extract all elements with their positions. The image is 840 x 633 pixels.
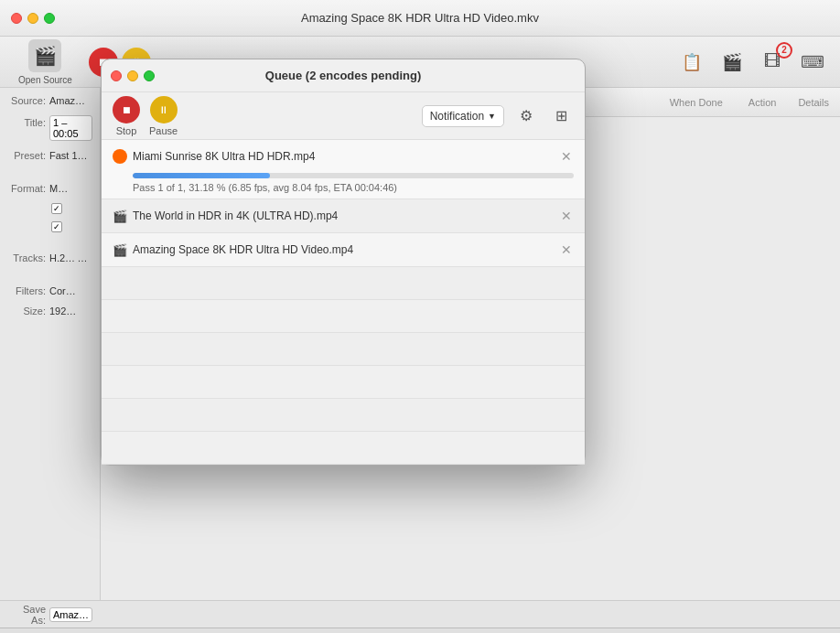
queue-empty-row <box>102 399 585 432</box>
checkbox-2[interactable]: ✓ <box>51 221 62 232</box>
modal-maximize-button[interactable] <box>144 70 155 81</box>
queue-item: 🎬 Amazing Space 8K HDR Ultra HD Video.mp… <box>102 233 585 267</box>
filters-row: Filters: Cor… <box>7 285 92 296</box>
queue-modal: Queue (2 encodes pending) ⏹ Stop ⏸ Pause… <box>101 59 586 466</box>
queue-layout-button[interactable]: ⊞ <box>548 103 574 129</box>
modal-minimize-button[interactable] <box>127 70 138 81</box>
preset-label: Preset: <box>7 150 46 161</box>
progress-bar-container <box>133 173 574 178</box>
save-as-label: Save As: <box>7 604 46 626</box>
modal-body: Miami Sunrise 8K Ultra HD HDR.mp4 ✕ Pass… <box>102 140 585 465</box>
queue-empty-row <box>102 333 585 366</box>
queue-item-name-0: Miami Sunrise 8K Ultra HD HDR.mp4 <box>133 150 554 163</box>
encoding-status-icon <box>113 149 127 164</box>
queue-empty-row <box>102 366 585 399</box>
modal-close-button[interactable] <box>111 70 122 81</box>
stop-btn-group: ⏹ Stop <box>113 96 140 136</box>
status-bar: Encoding Job: Miami Sunrise 8K Ultra HD … <box>0 628 840 633</box>
when-done-col: When Done <box>670 97 723 108</box>
modal-title-bar: Queue (2 encodes pending) <box>102 59 585 92</box>
title-label: Title: <box>7 117 46 128</box>
queue-item-name-2: Amazing Space 8K HDR Ultra HD Video.mp4 <box>133 243 554 256</box>
film-icon-1: 🎬 <box>113 209 127 223</box>
notification-dropdown[interactable]: Notification ▼ <box>422 105 504 127</box>
queue-empty-row <box>102 267 585 300</box>
checkbox-row-2: ✓ <box>51 221 92 232</box>
queue-empty-row <box>102 432 585 465</box>
queue-icon: 🎬 <box>722 52 742 72</box>
filters-value: Cor… <box>49 285 76 296</box>
title-bar: Amazing Space 8K HDR Ultra HD Video.mkv <box>0 0 840 37</box>
open-source-icon: 🎬 <box>28 39 61 72</box>
title-row: Title: 1 – 00:05 <box>7 115 92 141</box>
size-value: 192… <box>49 306 76 316</box>
layout-icon: ⊞ <box>555 107 567 124</box>
source-value: Amaz… <box>49 95 85 106</box>
modal-toolbar: ⏹ Stop ⏸ Pause Notification ▼ ⚙ ⊞ <box>102 92 585 140</box>
open-source-button[interactable]: 🎬 Open Source <box>11 36 80 89</box>
preset-value: Fast 10… <box>49 150 92 161</box>
tracks-value: H.2… AAC <box>49 252 92 263</box>
app-window: Amazing Space 8K HDR Ultra HD Video.mkv … <box>0 0 840 633</box>
pause-label: Pause <box>149 125 178 136</box>
filters-label: Filters: <box>7 285 46 296</box>
size-row: Size: 192… <box>7 306 92 316</box>
source-row: Source: Amaz… <box>7 95 92 106</box>
preferences-button[interactable]: ⌨ <box>796 46 829 79</box>
checkbox-row-1: ✓ <box>51 203 92 214</box>
stop-label: Stop <box>116 125 137 136</box>
queue-pause-button[interactable]: ⏸ <box>150 96 178 123</box>
queue-item-remove-0[interactable]: ✕ <box>559 149 574 164</box>
queue-badge: 2 <box>776 42 792 59</box>
queue-stop-button[interactable]: ⏹ <box>113 96 140 123</box>
maximize-button[interactable] <box>44 13 55 24</box>
queue-item-remove-2[interactable]: ✕ <box>559 242 574 257</box>
queue-item: Miami Sunrise 8K Ultra HD HDR.mp4 ✕ Pass… <box>102 140 585 199</box>
preferences-icon: ⌨ <box>801 52 824 72</box>
preset-row: Preset: Fast 10… <box>7 150 92 161</box>
details-col: Details <box>798 97 829 108</box>
activity-log-icon: 📋 <box>682 52 702 72</box>
minimize-button[interactable] <box>27 13 38 24</box>
modal-traffic-lights <box>111 70 155 81</box>
pause-btn-group: ⏸ Pause <box>149 96 178 136</box>
source-label: Source: <box>7 95 46 106</box>
tracks-row: Tracks: H.2… AAC <box>7 252 92 263</box>
progress-bar-fill <box>133 173 270 178</box>
format-row: Format: M… <box>7 183 92 194</box>
activity-log-button[interactable]: 📋 <box>675 46 708 79</box>
queue-item-remove-1[interactable]: ✕ <box>559 209 574 223</box>
queue-item: 🎬 The World in HDR in 4K (ULTRA HD).mp4 … <box>102 199 585 233</box>
queue-list: Miami Sunrise 8K Ultra HD HDR.mp4 ✕ Pass… <box>102 140 585 465</box>
action-col: Action <box>748 97 777 108</box>
stop-icon: ⏹ <box>122 104 132 115</box>
toolbar-right: 📋 🎬 🎞 2 ⌨ <box>675 46 829 79</box>
queue-empty-row <box>102 300 585 333</box>
progress-bar-bg <box>133 173 574 178</box>
modal-title: Queue (2 encodes pending) <box>265 69 421 82</box>
queue-button[interactable]: 🎬 <box>716 46 748 79</box>
title-value[interactable]: 1 – 00:05 <box>49 115 92 141</box>
encoding-status-text: Pass 1 of 1, 31.18 % (6.85 fps, avg 8.04… <box>133 182 574 193</box>
size-label: Size: <box>7 306 46 316</box>
tracks-label: Tracks: <box>7 252 46 263</box>
encode-list-button[interactable]: 🎞 2 <box>756 46 789 79</box>
traffic-lights <box>11 13 55 24</box>
queue-item-main-2: 🎬 Amazing Space 8K HDR Ultra HD Video.mp… <box>102 233 585 266</box>
dropdown-chevron-icon: ▼ <box>488 112 496 121</box>
settings-icon: ⚙ <box>520 107 533 124</box>
film-icon-2: 🎬 <box>113 243 127 257</box>
notification-label: Notification <box>430 110 484 123</box>
save-as-value[interactable]: Amaz… <box>49 607 92 622</box>
checkbox-1[interactable]: ✓ <box>51 203 62 214</box>
queue-item-main-1: 🎬 The World in HDR in 4K (ULTRA HD).mp4 … <box>102 199 585 232</box>
open-source-label: Open Source <box>18 75 72 85</box>
close-button[interactable] <box>11 13 22 24</box>
format-label: Format: <box>7 183 46 194</box>
save-as-bar: Save As: Amaz… <box>0 600 840 628</box>
pause-icon: ⏸ <box>158 104 168 115</box>
queue-item-main-0: Miami Sunrise 8K Ultra HD HDR.mp4 ✕ <box>102 140 585 173</box>
queue-settings-button[interactable]: ⚙ <box>513 103 539 129</box>
window-title: Amazing Space 8K HDR Ultra HD Video.mkv <box>301 11 539 25</box>
queue-item-name-1: The World in HDR in 4K (ULTRA HD).mp4 <box>133 209 554 222</box>
